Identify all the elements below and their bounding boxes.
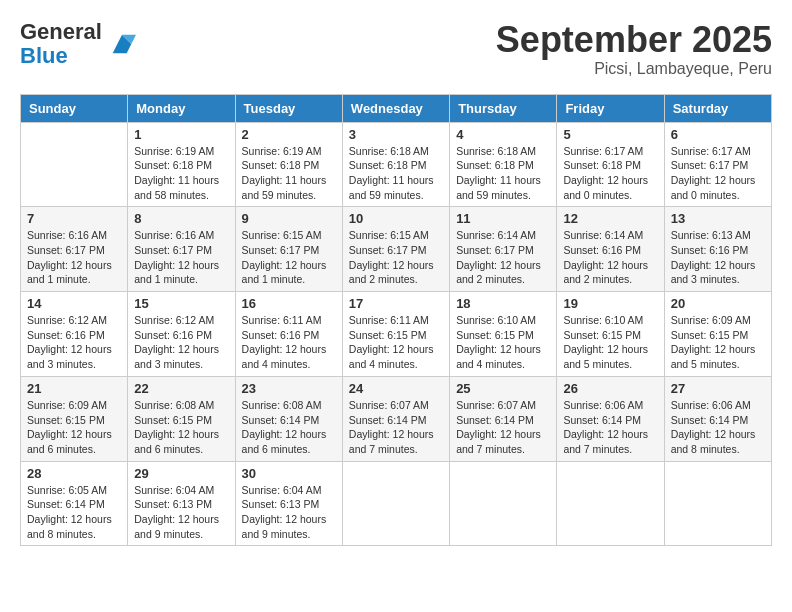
day-number: 23 xyxy=(242,381,336,396)
day-info: Sunrise: 6:08 AM Sunset: 6:15 PM Dayligh… xyxy=(134,398,228,457)
day-number: 13 xyxy=(671,211,765,226)
day-number: 29 xyxy=(134,466,228,481)
day-info: Sunrise: 6:12 AM Sunset: 6:16 PM Dayligh… xyxy=(27,313,121,372)
day-number: 15 xyxy=(134,296,228,311)
day-number: 28 xyxy=(27,466,121,481)
day-info: Sunrise: 6:18 AM Sunset: 6:18 PM Dayligh… xyxy=(456,144,550,203)
day-number: 25 xyxy=(456,381,550,396)
calendar-cell: 19Sunrise: 6:10 AM Sunset: 6:15 PM Dayli… xyxy=(557,292,664,377)
weekday-header: Tuesday xyxy=(235,94,342,122)
calendar-cell: 30Sunrise: 6:04 AM Sunset: 6:13 PM Dayli… xyxy=(235,461,342,546)
month-title: September 2025 xyxy=(496,20,772,60)
day-info: Sunrise: 6:06 AM Sunset: 6:14 PM Dayligh… xyxy=(563,398,657,457)
day-number: 11 xyxy=(456,211,550,226)
calendar-cell: 4Sunrise: 6:18 AM Sunset: 6:18 PM Daylig… xyxy=(450,122,557,207)
logo-general: General xyxy=(20,20,102,44)
day-info: Sunrise: 6:07 AM Sunset: 6:14 PM Dayligh… xyxy=(349,398,443,457)
logo-icon xyxy=(108,30,136,58)
calendar-cell xyxy=(450,461,557,546)
day-number: 3 xyxy=(349,127,443,142)
day-info: Sunrise: 6:09 AM Sunset: 6:15 PM Dayligh… xyxy=(671,313,765,372)
calendar-cell: 20Sunrise: 6:09 AM Sunset: 6:15 PM Dayli… xyxy=(664,292,771,377)
day-number: 30 xyxy=(242,466,336,481)
day-info: Sunrise: 6:04 AM Sunset: 6:13 PM Dayligh… xyxy=(134,483,228,542)
calendar-cell xyxy=(342,461,449,546)
calendar-cell: 5Sunrise: 6:17 AM Sunset: 6:18 PM Daylig… xyxy=(557,122,664,207)
day-info: Sunrise: 6:16 AM Sunset: 6:17 PM Dayligh… xyxy=(27,228,121,287)
day-number: 16 xyxy=(242,296,336,311)
day-number: 21 xyxy=(27,381,121,396)
calendar-cell xyxy=(21,122,128,207)
location: Picsi, Lambayeque, Peru xyxy=(496,60,772,78)
calendar-cell: 17Sunrise: 6:11 AM Sunset: 6:15 PM Dayli… xyxy=(342,292,449,377)
calendar-cell: 25Sunrise: 6:07 AM Sunset: 6:14 PM Dayli… xyxy=(450,376,557,461)
calendar-cell xyxy=(664,461,771,546)
calendar-cell: 28Sunrise: 6:05 AM Sunset: 6:14 PM Dayli… xyxy=(21,461,128,546)
day-info: Sunrise: 6:14 AM Sunset: 6:16 PM Dayligh… xyxy=(563,228,657,287)
day-number: 12 xyxy=(563,211,657,226)
calendar-cell xyxy=(557,461,664,546)
day-number: 8 xyxy=(134,211,228,226)
calendar-cell: 18Sunrise: 6:10 AM Sunset: 6:15 PM Dayli… xyxy=(450,292,557,377)
calendar-cell: 7Sunrise: 6:16 AM Sunset: 6:17 PM Daylig… xyxy=(21,207,128,292)
day-info: Sunrise: 6:12 AM Sunset: 6:16 PM Dayligh… xyxy=(134,313,228,372)
calendar-cell: 21Sunrise: 6:09 AM Sunset: 6:15 PM Dayli… xyxy=(21,376,128,461)
calendar-cell: 12Sunrise: 6:14 AM Sunset: 6:16 PM Dayli… xyxy=(557,207,664,292)
day-info: Sunrise: 6:19 AM Sunset: 6:18 PM Dayligh… xyxy=(242,144,336,203)
calendar-cell: 6Sunrise: 6:17 AM Sunset: 6:17 PM Daylig… xyxy=(664,122,771,207)
day-number: 18 xyxy=(456,296,550,311)
calendar-cell: 8Sunrise: 6:16 AM Sunset: 6:17 PM Daylig… xyxy=(128,207,235,292)
logo: General Blue xyxy=(20,20,136,68)
day-info: Sunrise: 6:08 AM Sunset: 6:14 PM Dayligh… xyxy=(242,398,336,457)
day-number: 20 xyxy=(671,296,765,311)
day-number: 27 xyxy=(671,381,765,396)
day-number: 7 xyxy=(27,211,121,226)
calendar-cell: 9Sunrise: 6:15 AM Sunset: 6:17 PM Daylig… xyxy=(235,207,342,292)
week-row: 21Sunrise: 6:09 AM Sunset: 6:15 PM Dayli… xyxy=(21,376,772,461)
weekday-header-row: SundayMondayTuesdayWednesdayThursdayFrid… xyxy=(21,94,772,122)
day-info: Sunrise: 6:09 AM Sunset: 6:15 PM Dayligh… xyxy=(27,398,121,457)
day-info: Sunrise: 6:10 AM Sunset: 6:15 PM Dayligh… xyxy=(563,313,657,372)
calendar-cell: 26Sunrise: 6:06 AM Sunset: 6:14 PM Dayli… xyxy=(557,376,664,461)
day-info: Sunrise: 6:05 AM Sunset: 6:14 PM Dayligh… xyxy=(27,483,121,542)
day-info: Sunrise: 6:19 AM Sunset: 6:18 PM Dayligh… xyxy=(134,144,228,203)
day-info: Sunrise: 6:11 AM Sunset: 6:15 PM Dayligh… xyxy=(349,313,443,372)
day-info: Sunrise: 6:15 AM Sunset: 6:17 PM Dayligh… xyxy=(242,228,336,287)
day-number: 9 xyxy=(242,211,336,226)
calendar-cell: 23Sunrise: 6:08 AM Sunset: 6:14 PM Dayli… xyxy=(235,376,342,461)
weekday-header: Sunday xyxy=(21,94,128,122)
weekday-header: Saturday xyxy=(664,94,771,122)
day-info: Sunrise: 6:06 AM Sunset: 6:14 PM Dayligh… xyxy=(671,398,765,457)
day-number: 22 xyxy=(134,381,228,396)
calendar-cell: 1Sunrise: 6:19 AM Sunset: 6:18 PM Daylig… xyxy=(128,122,235,207)
day-number: 24 xyxy=(349,381,443,396)
calendar-cell: 27Sunrise: 6:06 AM Sunset: 6:14 PM Dayli… xyxy=(664,376,771,461)
day-number: 5 xyxy=(563,127,657,142)
calendar-cell: 16Sunrise: 6:11 AM Sunset: 6:16 PM Dayli… xyxy=(235,292,342,377)
day-info: Sunrise: 6:18 AM Sunset: 6:18 PM Dayligh… xyxy=(349,144,443,203)
calendar-cell: 14Sunrise: 6:12 AM Sunset: 6:16 PM Dayli… xyxy=(21,292,128,377)
calendar-cell: 2Sunrise: 6:19 AM Sunset: 6:18 PM Daylig… xyxy=(235,122,342,207)
day-info: Sunrise: 6:14 AM Sunset: 6:17 PM Dayligh… xyxy=(456,228,550,287)
calendar-cell: 29Sunrise: 6:04 AM Sunset: 6:13 PM Dayli… xyxy=(128,461,235,546)
day-number: 26 xyxy=(563,381,657,396)
day-info: Sunrise: 6:04 AM Sunset: 6:13 PM Dayligh… xyxy=(242,483,336,542)
day-info: Sunrise: 6:13 AM Sunset: 6:16 PM Dayligh… xyxy=(671,228,765,287)
calendar-cell: 11Sunrise: 6:14 AM Sunset: 6:17 PM Dayli… xyxy=(450,207,557,292)
weekday-header: Thursday xyxy=(450,94,557,122)
calendar-cell: 22Sunrise: 6:08 AM Sunset: 6:15 PM Dayli… xyxy=(128,376,235,461)
title-block: September 2025 Picsi, Lambayeque, Peru xyxy=(496,20,772,78)
day-number: 10 xyxy=(349,211,443,226)
weekday-header: Monday xyxy=(128,94,235,122)
day-number: 6 xyxy=(671,127,765,142)
week-row: 1Sunrise: 6:19 AM Sunset: 6:18 PM Daylig… xyxy=(21,122,772,207)
weekday-header: Friday xyxy=(557,94,664,122)
day-number: 14 xyxy=(27,296,121,311)
day-number: 2 xyxy=(242,127,336,142)
week-row: 14Sunrise: 6:12 AM Sunset: 6:16 PM Dayli… xyxy=(21,292,772,377)
day-info: Sunrise: 6:17 AM Sunset: 6:17 PM Dayligh… xyxy=(671,144,765,203)
day-info: Sunrise: 6:15 AM Sunset: 6:17 PM Dayligh… xyxy=(349,228,443,287)
day-info: Sunrise: 6:11 AM Sunset: 6:16 PM Dayligh… xyxy=(242,313,336,372)
logo-blue: Blue xyxy=(20,44,102,68)
day-number: 17 xyxy=(349,296,443,311)
